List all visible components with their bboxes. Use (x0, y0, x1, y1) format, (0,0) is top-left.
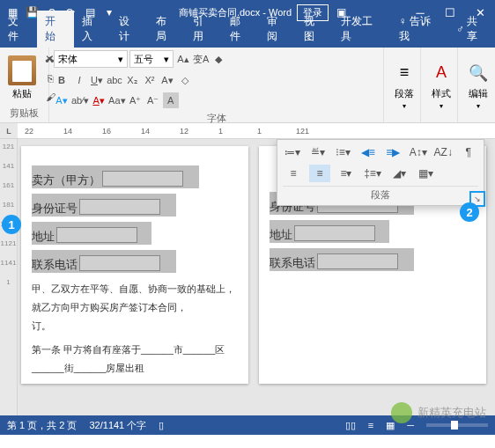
print-layout-icon[interactable]: ≡ (368, 420, 373, 430)
tab-mailings[interactable]: 邮件 (222, 11, 259, 48)
shading-icon[interactable]: ◢▾ (388, 165, 410, 182)
change-case-icon[interactable]: Aa▾ (108, 92, 125, 108)
paragraph-popup: ≔▾ ≝▾ ⁝≡▾ ◀≡ ≡▶ A↕▾ AZ↓ ¶ ≡ ≡ ≡▾ ‡≡▾ ◢▾ … (277, 139, 484, 206)
strike-icon[interactable]: abc (107, 72, 122, 88)
clipboard-group-label: 剪贴板 (4, 105, 44, 120)
borders-icon[interactable]: ▦▾ (415, 165, 436, 182)
char-shading-icon[interactable]: A (163, 92, 179, 108)
superscript-icon[interactable]: X² (142, 72, 158, 88)
paste-button[interactable]: 粘贴 (4, 50, 40, 105)
tab-file[interactable]: 文件 (0, 11, 37, 48)
shrink-font-icon[interactable]: A▾ (159, 72, 175, 88)
align-center-icon[interactable]: ≡ (309, 165, 330, 182)
tab-design[interactable]: 设计 (111, 11, 148, 48)
macro-icon[interactable]: ▯ (159, 420, 164, 431)
callout-1: 1 (2, 215, 21, 234)
tab-review[interactable]: 审阅 (259, 11, 296, 48)
eraser-icon[interactable]: ◇ (177, 72, 193, 88)
paragraph-popup-label: 段落 ↘ (283, 186, 478, 203)
clear-format-icon[interactable]: ◆ (211, 51, 226, 67)
read-mode-icon[interactable]: ▯▯ (345, 420, 356, 431)
subscript-icon[interactable]: X₂ (124, 72, 140, 88)
status-words[interactable]: 32/1141 个字 (89, 419, 146, 432)
tab-insert[interactable]: 插入 (74, 11, 111, 48)
phonetic-icon[interactable]: 变A (193, 51, 209, 67)
sort-icon[interactable]: AZ↓ (433, 143, 454, 161)
highlight-icon[interactable]: ab⁄▾ (71, 92, 89, 108)
reduce-icon[interactable]: A⁻ (145, 92, 161, 108)
document-page-left[interactable]: 卖方（甲方） 身份证号 地址 联系电话 甲、乙双方在平等、自愿、协商一致的基础上… (21, 146, 248, 384)
multilevel-icon[interactable]: ⁝≡▾ (333, 143, 353, 161)
font-color-icon[interactable]: A▾ (91, 92, 107, 108)
editing-button[interactable]: 🔍编辑▾ (462, 50, 494, 120)
share-button[interactable]: ♂ 共享 (449, 11, 495, 48)
tab-layout[interactable]: 布局 (148, 11, 185, 48)
text-effects-icon[interactable]: A▾ (54, 92, 70, 108)
tab-tellme[interactable]: ♀ 告诉我 (391, 11, 449, 48)
ruler-corner: L (0, 123, 18, 138)
italic-icon[interactable]: I (71, 72, 87, 88)
grow-font-icon[interactable]: A▴ (175, 51, 191, 67)
align-left-icon[interactable]: ≡ (283, 165, 304, 182)
horizontal-ruler[interactable]: 221416141211121 (18, 123, 495, 138)
tab-home[interactable]: 开始 (37, 11, 74, 48)
body-text: 甲、乙双方在平等、自愿、协商一致的基础上，就乙方向甲方购买房产签订本合同， 订。… (32, 280, 238, 377)
line-spacing-icon[interactable]: ‡≡▾ (362, 165, 383, 182)
styles-button[interactable]: A样式▾ (425, 50, 457, 120)
font-name-select[interactable]: 宋体 ▾ (54, 50, 128, 68)
bullets-icon[interactable]: ≔▾ (283, 143, 303, 161)
tab-developer[interactable]: 开发工具 (333, 11, 391, 48)
watermark: 新精英充电站 (391, 402, 486, 423)
paste-icon (8, 55, 36, 85)
callout-2: 2 (460, 202, 479, 222)
styles-icon: A (429, 61, 454, 85)
underline-icon[interactable]: U▾ (89, 72, 105, 88)
asian-layout-icon[interactable]: A↕▾ (409, 143, 429, 161)
show-marks-icon[interactable]: ¶ (459, 143, 479, 161)
watermark-icon (391, 402, 412, 423)
status-page[interactable]: 第 1 页，共 2 页 (7, 419, 77, 432)
vertical-ruler[interactable]: 1211411611811101112111411 (0, 139, 18, 415)
enlarge-icon[interactable]: A⁺ (128, 92, 144, 108)
tab-view[interactable]: 视图 (296, 11, 333, 48)
find-icon: 🔍 (466, 61, 491, 85)
zoom-slider[interactable] (426, 423, 488, 427)
numbering-icon[interactable]: ≝▾ (308, 143, 329, 161)
increase-indent-icon[interactable]: ≡▶ (383, 143, 403, 161)
align-options-icon[interactable]: ≡▾ (336, 165, 357, 182)
paragraph-icon: ≡ (392, 61, 417, 85)
paragraph-button[interactable]: ≡段落▾ (388, 50, 420, 120)
decrease-indent-icon[interactable]: ◀≡ (358, 143, 379, 161)
font-size-select[interactable]: 五号 ▾ (129, 50, 174, 68)
tab-references[interactable]: 引用 (185, 11, 222, 48)
bold-icon[interactable]: B (54, 72, 70, 88)
